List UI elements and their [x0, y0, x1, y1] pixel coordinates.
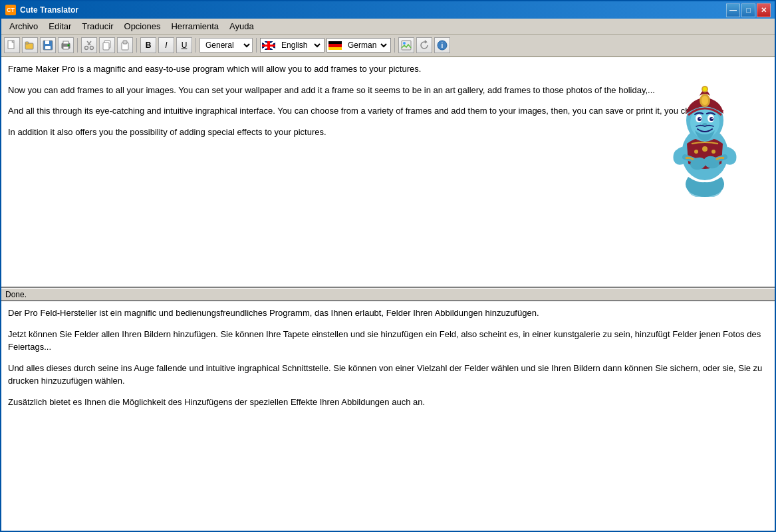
svg-rect-18: [123, 41, 127, 44]
menu-editar[interactable]: Editar: [43, 20, 76, 33]
window-title: Cute Translator: [20, 5, 78, 15]
menu-opciones[interactable]: Opciones: [119, 20, 166, 33]
menu-traducir[interactable]: Traducir: [76, 20, 118, 33]
svg-rect-5: [45, 41, 49, 44]
paste-button[interactable]: [117, 37, 133, 53]
toolbar: B I U General English Spanish French Ger…: [1, 35, 775, 57]
copy-button[interactable]: [99, 37, 115, 53]
de-flag-icon: [328, 41, 342, 50]
bold-button[interactable]: B: [140, 37, 156, 53]
svg-point-25: [702, 146, 708, 152]
title-bar-left: CT Cute Translator: [5, 5, 78, 15]
source-text: Frame Maker Pro is a magnific and easy-t…: [8, 63, 768, 138]
svg-point-36: [710, 117, 713, 121]
menu-herramienta[interactable]: Herramienta: [166, 20, 224, 33]
svg-rect-6: [45, 46, 51, 49]
title-bar: CT Cute Translator — □ ✕: [1, 1, 775, 19]
source-para-4: In addition it also offers you the possi…: [8, 126, 768, 139]
underline-button[interactable]: U: [176, 37, 192, 53]
svg-rect-3: [25, 42, 29, 44]
svg-point-10: [68, 45, 70, 47]
source-text-panel[interactable]: Frame Maker Pro is a magnific and easy-t…: [1, 57, 775, 288]
lower-para-1: Der Pro Feld-Hersteller ist ein magnific…: [8, 307, 768, 320]
svg-point-27: [711, 150, 715, 154]
svg-point-26: [694, 150, 698, 154]
separator-4: [256, 38, 257, 53]
genie-mascot: [662, 77, 748, 197]
lower-para-4: Zusätzlich bietet es Ihnen die Möglichke…: [8, 396, 768, 409]
main-content: Frame Maker Pro is a magnific and easy-t…: [1, 57, 775, 531]
status-bar: Done.: [1, 288, 775, 301]
target-lang-container[interactable]: German English Spanish French: [326, 38, 391, 53]
svg-rect-9: [63, 47, 68, 49]
source-para-2: Now you can add frames to all your image…: [8, 84, 768, 97]
minimize-button[interactable]: —: [726, 3, 740, 17]
separator-1: [77, 38, 78, 53]
window-controls: — □ ✕: [726, 3, 771, 17]
svg-text:i: i: [442, 42, 444, 49]
close-button[interactable]: ✕: [757, 3, 771, 17]
app-icon: CT: [5, 5, 16, 15]
separator-2: [136, 38, 137, 53]
translated-text-panel[interactable]: Der Pro Feld-Hersteller ist ein magnific…: [1, 301, 775, 531]
info-button[interactable]: i: [434, 37, 450, 53]
font-select[interactable]: General: [199, 38, 253, 53]
main-window: CT Cute Translator — □ ✕ Archivo Editar …: [0, 0, 776, 532]
lower-para-2: Jetzt können Sie Felder allen Ihren Bild…: [8, 328, 768, 354]
source-para-3: And all this through its eye-catching an…: [8, 104, 768, 118]
separator-5: [394, 38, 395, 53]
new-button[interactable]: [4, 37, 20, 53]
uk-flag-icon: [262, 41, 275, 50]
target-lang-select[interactable]: German English Spanish French: [344, 40, 389, 51]
open-button[interactable]: [22, 37, 38, 53]
svg-point-13: [85, 47, 88, 50]
svg-rect-8: [63, 41, 68, 44]
svg-point-41: [702, 96, 708, 105]
translated-text: Der Pro Feld-Hersteller ist ein magnific…: [8, 307, 768, 408]
options-image-button[interactable]: [398, 37, 414, 53]
svg-rect-19: [402, 41, 411, 50]
svg-point-14: [90, 47, 94, 50]
source-lang-container[interactable]: English Spanish French German: [260, 38, 324, 53]
status-text: Done.: [5, 290, 27, 299]
italic-button[interactable]: I: [158, 37, 174, 53]
svg-point-37: [700, 118, 701, 119]
svg-point-38: [711, 118, 713, 119]
maximize-button[interactable]: □: [741, 3, 755, 17]
cut-button[interactable]: [81, 37, 97, 53]
lower-para-3: Und alles dieses durch seine ins Auge fa…: [8, 362, 768, 388]
svg-point-43: [703, 87, 707, 91]
menu-bar: Archivo Editar Traducir Opciones Herrami…: [1, 19, 775, 35]
menu-ayuda[interactable]: Ayuda: [224, 20, 259, 33]
source-lang-select[interactable]: English Spanish French German: [277, 40, 323, 51]
refresh-button[interactable]: [416, 37, 432, 53]
source-para-1: Frame Maker Pro is a magnific and easy-t…: [8, 63, 768, 76]
save-button[interactable]: [40, 37, 56, 53]
separator-3: [195, 38, 196, 53]
menu-archivo[interactable]: Archivo: [4, 20, 43, 33]
print-button[interactable]: [58, 37, 74, 53]
svg-point-20: [403, 42, 406, 45]
svg-point-35: [698, 117, 702, 121]
svg-rect-16: [103, 43, 109, 50]
